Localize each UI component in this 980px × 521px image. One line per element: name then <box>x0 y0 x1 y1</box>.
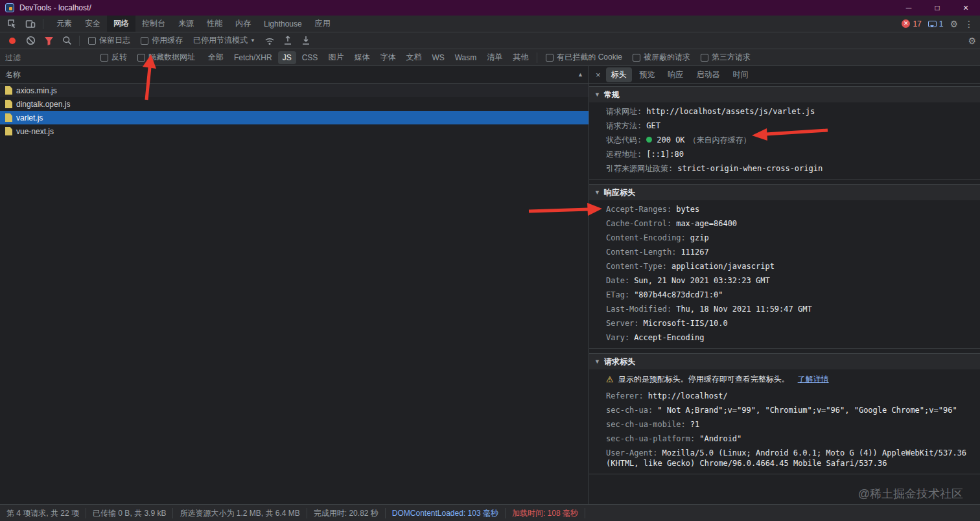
filter-funnel-icon[interactable] <box>40 33 57 49</box>
issue-count: 1 <box>939 19 944 29</box>
section-title: 请求标头 <box>604 356 635 367</box>
blocked-cookies-checkbox[interactable] <box>546 54 554 62</box>
tab-application[interactable]: 应用 <box>309 16 337 32</box>
tab-console[interactable]: 控制台 <box>135 16 172 32</box>
third-party-checkbox[interactable] <box>701 54 708 62</box>
status-load-time: 加载时间: 108 毫秒 <box>506 508 585 518</box>
detail-tab-response[interactable]: 响应 <box>663 67 689 82</box>
filter-chip-other[interactable]: 其他 <box>508 50 533 65</box>
header-row: 请求网址:http://localhost/assets/js/varlet.j… <box>589 104 980 119</box>
filter-chip-doc[interactable]: 文档 <box>401 50 426 65</box>
issues-icon <box>928 21 937 27</box>
preserve-log-toggle[interactable]: 保留日志 <box>88 35 130 46</box>
status-transferred: 已传输 0 B, 共 3.9 kB <box>86 508 173 518</box>
header-row: 远程地址:[::1]:80 <box>589 147 980 161</box>
disable-cache-label: 停用缓存 <box>152 35 183 46</box>
import-har-icon[interactable] <box>279 33 296 49</box>
network-settings-gear-icon[interactable]: ⚙ <box>968 36 976 46</box>
header-row: sec-ch-ua:" Not A;Brand";v="99", "Chromi… <box>589 403 980 417</box>
hide-data-urls-checkbox[interactable] <box>137 54 145 62</box>
tab-performance[interactable]: 性能 <box>200 16 229 32</box>
minimize-button[interactable]: ─ <box>894 0 923 16</box>
export-har-icon[interactable] <box>298 33 314 49</box>
detail-tab-timing[interactable]: 时间 <box>728 67 754 82</box>
detail-tab-preview[interactable]: 预览 <box>635 67 660 82</box>
section-request-headers-header[interactable]: ▼ 请求标头 <box>589 354 980 369</box>
invert-filter-toggle[interactable]: 反转 <box>100 52 127 63</box>
tab-lighthouse[interactable]: Lighthouse <box>257 16 309 32</box>
blocked-requests-checkbox[interactable] <box>633 54 640 62</box>
filter-chip-manifest[interactable]: 清单 <box>482 50 507 65</box>
blocked-cookies-label: 有已拦截的 Cookie <box>557 52 622 63</box>
header-row: Referer:http://localhost/ <box>589 389 980 403</box>
inspect-element-icon[interactable] <box>4 16 21 32</box>
detail-tabbar: × 标头 预览 响应 启动器 时间 <box>589 66 980 84</box>
header-row: Content-Length:111267 <box>589 245 980 259</box>
status-requests: 第 4 项请求, 共 22 项 <box>0 508 86 518</box>
filter-chip-css[interactable]: CSS <box>298 51 323 64</box>
detail-tab-initiator[interactable]: 启动器 <box>692 67 725 82</box>
error-badge[interactable]: ✕ 17 <box>902 19 921 29</box>
filter-chip-wasm[interactable]: Wasm <box>450 51 482 64</box>
filter-chip-font[interactable]: 字体 <box>375 50 400 65</box>
disable-cache-toggle[interactable]: 停用缓存 <box>141 35 183 46</box>
detail-tab-headers[interactable]: 标头 <box>606 67 632 82</box>
header-row: Content-Type:application/javascript <box>589 259 980 273</box>
filter-chip-all[interactable]: 全部 <box>204 50 228 65</box>
search-icon[interactable] <box>58 33 75 49</box>
section-general-header[interactable]: ▼ 常规 <box>589 87 980 102</box>
issues-badge[interactable]: 1 <box>928 19 944 29</box>
disable-cache-checkbox[interactable] <box>141 37 148 45</box>
filter-input[interactable] <box>4 52 95 63</box>
header-row: Last-Modified:Thu, 18 Nov 2021 11:59:47 … <box>589 302 980 316</box>
network-conditions-icon[interactable] <box>261 33 278 49</box>
tab-network[interactable]: 网络 <box>107 16 135 32</box>
window-title: DevTools - localhost/ <box>19 3 91 12</box>
clear-network-log-button[interactable] <box>22 33 39 49</box>
filter-chip-fetch-xhr[interactable]: Fetch/XHR <box>229 51 277 64</box>
hide-data-urls-label: 隐藏数据网址 <box>148 52 195 63</box>
tab-elements[interactable]: 元素 <box>50 16 78 32</box>
filter-chip-img[interactable]: 图片 <box>323 50 348 65</box>
chevron-down-icon: ▼ <box>250 38 255 43</box>
close-button[interactable]: × <box>951 0 980 16</box>
section-request-headers: ▼ 请求标头 ⚠ 显示的是预配标头。停用缓存即可查看完整标头。 了解详情 Ref… <box>589 353 980 474</box>
section-title: 常规 <box>604 89 620 100</box>
request-row[interactable]: axios.min.js <box>0 84 589 97</box>
header-row: User-Agent:Mozilla/5.0 (Linux; Android 6… <box>589 446 980 470</box>
script-file-icon <box>5 127 12 135</box>
learn-more-link[interactable]: 了解详情 <box>798 374 829 385</box>
close-panel-icon[interactable]: × <box>593 70 603 80</box>
device-toolbar-icon[interactable] <box>22 16 39 32</box>
blocked-cookies-toggle[interactable]: 有已拦截的 Cookie <box>546 52 622 63</box>
tab-memory[interactable]: 内存 <box>229 16 257 32</box>
section-general: ▼ 常规 请求网址:http://localhost/assets/js/var… <box>589 86 980 179</box>
status-dom-content-loaded: DOMContentLoaded: 103 毫秒 <box>386 508 506 518</box>
request-row[interactable]: dingtalk.open.js <box>0 97 589 111</box>
collapse-triangle-icon: ▼ <box>594 91 600 98</box>
name-column-header[interactable]: 名称 ▲ <box>0 66 589 84</box>
invert-checkbox[interactable] <box>100 54 108 62</box>
preserve-log-checkbox[interactable] <box>88 37 96 45</box>
filter-chip-js[interactable]: JS <box>278 51 296 64</box>
tab-security[interactable]: 安全 <box>78 16 107 32</box>
header-row: Server:Microsoft-IIS/10.0 <box>589 316 980 330</box>
third-party-toggle[interactable]: 第三方请求 <box>701 52 751 63</box>
section-response-headers-header[interactable]: ▼ 响应标头 <box>589 185 980 200</box>
maximize-button[interactable]: □ <box>923 0 951 16</box>
hide-data-urls-toggle[interactable]: 隐藏数据网址 <box>137 52 195 63</box>
throttling-select[interactable]: 已停用节流模式 ▼ <box>193 35 255 46</box>
settings-gear-icon[interactable]: ⚙ <box>950 19 958 29</box>
section-response-headers: ▼ 响应标头 Accept-Ranges:bytes Cache-Control… <box>589 184 980 349</box>
collapse-triangle-icon: ▼ <box>594 189 600 196</box>
blocked-requests-toggle[interactable]: 被屏蔽的请求 <box>633 52 690 63</box>
filter-chip-media[interactable]: 媒体 <box>349 50 374 65</box>
request-row-selected[interactable]: varlet.js <box>0 111 589 124</box>
filter-chip-ws[interactable]: WS <box>427 51 449 64</box>
tab-sources[interactable]: 来源 <box>172 16 200 32</box>
collapse-triangle-icon: ▼ <box>594 358 600 365</box>
record-network-log-button[interactable] <box>4 33 21 49</box>
more-menu-icon[interactable]: ⋮ <box>964 19 974 29</box>
throttling-label: 已停用节流模式 <box>193 35 248 46</box>
request-row[interactable]: vue-next.js <box>0 124 589 138</box>
